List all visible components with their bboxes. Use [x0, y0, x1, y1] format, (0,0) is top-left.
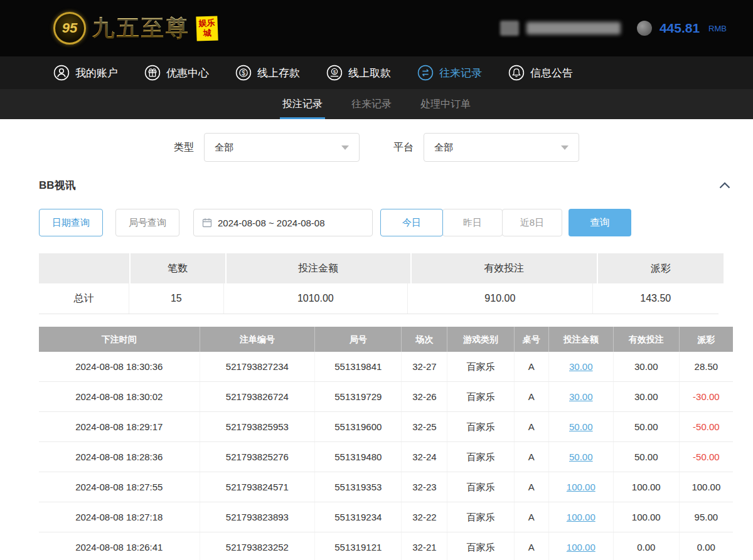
bet-amount-cell: 50.00: [549, 442, 614, 472]
round-cell: 551319480: [315, 442, 402, 472]
valid-cell: 100.00: [614, 472, 680, 502]
session-cell: 32-21: [402, 532, 447, 560]
withdraw-icon: $: [326, 65, 343, 81]
bet-amount-link[interactable]: 50.00: [569, 421, 593, 432]
date-query-button[interactable]: 日期查询: [39, 209, 103, 236]
table-no-cell: A: [515, 412, 549, 441]
table-header-row: 下注时间注单编号局号场次游戏类别桌号投注金额有效投注派彩: [39, 327, 733, 352]
summary-header-cell: 有效投注: [412, 253, 597, 283]
table-header-cell: 局号: [315, 327, 402, 352]
content: BB视讯 日期查询 局号查询 2024-08-08 ~ 2024-08-08 今…: [0, 178, 753, 560]
table-row: 2024-08-08 18:27:55521793824571551319353…: [39, 472, 733, 502]
round-query-button[interactable]: 局号查询: [115, 209, 179, 236]
logo-badge: 娱乐城: [196, 16, 218, 41]
type-filter-select[interactable]: 全部: [204, 133, 360, 162]
table-row: 2024-08-08 18:26:41521793823252551319121…: [39, 532, 733, 560]
sub-tab[interactable]: 往来记录: [351, 89, 392, 119]
time-cell: 2024-08-08 18:28:36: [39, 442, 200, 472]
payout-cell: -50.00: [680, 412, 733, 441]
table-header-cell: 桌号: [515, 327, 549, 352]
bet-amount-cell: 30.00: [549, 382, 614, 411]
last8days-button[interactable]: 近8日: [502, 209, 562, 236]
balance-amount: 445.81: [660, 21, 700, 36]
session-cell: 32-24: [402, 442, 447, 472]
summary-value-cell: 15: [129, 283, 224, 314]
nav-item-label: 我的账户: [75, 66, 118, 80]
valid-cell: 0.00: [614, 532, 680, 560]
summary-value-cell: 总计: [39, 283, 129, 314]
query-controls: 日期查询 局号查询 2024-08-08 ~ 2024-08-08 今日 昨日 …: [39, 209, 733, 236]
bet-id-cell: 521793826724: [200, 382, 316, 411]
nav-item[interactable]: $线上存款: [235, 65, 300, 81]
bet-amount-link[interactable]: 30.00: [569, 361, 593, 372]
username-redacted: [526, 22, 621, 34]
summary-value-cell: 1010.00: [224, 283, 408, 314]
type-filter-group: 类型 全部: [174, 133, 360, 162]
table-no-cell: A: [515, 382, 549, 411]
date-range-input[interactable]: 2024-08-08 ~ 2024-08-08: [193, 209, 373, 236]
round-cell: 551319729: [315, 382, 402, 411]
bet-amount-link[interactable]: 100.00: [567, 512, 595, 522]
nav-item[interactable]: $线上取款: [326, 65, 391, 81]
site-logo[interactable]: 95 九五至尊 娱乐城: [53, 12, 218, 45]
svg-text:$: $: [242, 70, 245, 77]
balance-currency: RMB: [708, 24, 727, 33]
logo-title: 九五至尊: [92, 13, 190, 44]
sub-tab[interactable]: 投注记录: [282, 89, 323, 119]
bet-amount-link[interactable]: 50.00: [569, 452, 593, 462]
gift-icon: [144, 65, 161, 81]
bet-id-cell: 521793827234: [200, 352, 316, 381]
summary-value-cell: 910.00: [408, 283, 593, 314]
table-no-cell: A: [515, 532, 549, 560]
bet-id-cell: 521793823252: [200, 532, 316, 560]
sub-tab[interactable]: 处理中订单: [420, 89, 471, 119]
nav-item-label: 线上存款: [257, 66, 300, 80]
platform-filter-select[interactable]: 全部: [424, 133, 579, 162]
round-cell: 551319234: [315, 502, 402, 532]
payout-cell: 100.00: [680, 472, 733, 502]
payout-cell: 0.00: [680, 532, 733, 560]
transfer-records-icon: [417, 65, 434, 81]
nav-item[interactable]: 优惠中心: [144, 65, 209, 81]
yesterday-button[interactable]: 昨日: [442, 209, 503, 236]
nav-item[interactable]: 我的账户: [53, 65, 118, 81]
nav-item[interactable]: 信息公告: [508, 65, 573, 81]
section-title: BB视讯: [39, 178, 76, 193]
table-header-cell: 派彩: [680, 327, 733, 352]
table-header-cell: 注单编号: [200, 327, 316, 352]
nav-item-label: 优惠中心: [166, 66, 209, 80]
collapse-chevron-up-icon[interactable]: [717, 179, 733, 191]
session-cell: 32-25: [402, 412, 447, 441]
table-row: 2024-08-08 18:29:17521793825953551319600…: [39, 412, 733, 442]
type-filter-value: 全部: [215, 142, 233, 154]
account-area: 445.81 RMB: [500, 21, 727, 36]
summary-header-cell: 投注金额: [227, 253, 410, 283]
bet-amount-link[interactable]: 100.00: [567, 542, 595, 552]
search-button[interactable]: 查询: [569, 209, 631, 236]
bet-amount-link[interactable]: 30.00: [569, 391, 593, 402]
game-cell: 百家乐: [447, 472, 514, 502]
bet-amount-cell: 100.00: [549, 472, 614, 502]
today-button[interactable]: 今日: [380, 209, 443, 236]
date-range-value: 2024-08-08 ~ 2024-08-08: [218, 218, 325, 228]
user-icon: [53, 65, 70, 81]
table-row: 2024-08-08 18:27:18521793823893551319234…: [39, 502, 733, 532]
top-header: 95 九五至尊 娱乐城 445.81 RMB: [0, 0, 753, 56]
game-cell: 百家乐: [447, 532, 514, 560]
bet-amount-cell: 50.00: [549, 412, 614, 441]
nav-item-label: 信息公告: [530, 66, 573, 80]
time-cell: 2024-08-08 18:30:36: [39, 352, 200, 381]
bet-amount-link[interactable]: 100.00: [567, 482, 595, 492]
summary-header-cell: 派彩: [598, 253, 724, 283]
nav-item-label: 往来记录: [439, 66, 482, 80]
payout-cell: -50.00: [680, 442, 733, 472]
game-cell: 百家乐: [447, 412, 514, 441]
payout-cell: -30.00: [680, 382, 733, 411]
bet-amount-cell: 100.00: [549, 502, 614, 532]
nav-item[interactable]: 往来记录: [417, 65, 482, 81]
game-cell: 百家乐: [447, 502, 514, 532]
platform-filter-label: 平台: [393, 141, 414, 154]
summary-value-cell: 143.50: [593, 283, 718, 314]
table-no-cell: A: [515, 352, 549, 381]
time-cell: 2024-08-08 18:30:02: [39, 382, 200, 411]
